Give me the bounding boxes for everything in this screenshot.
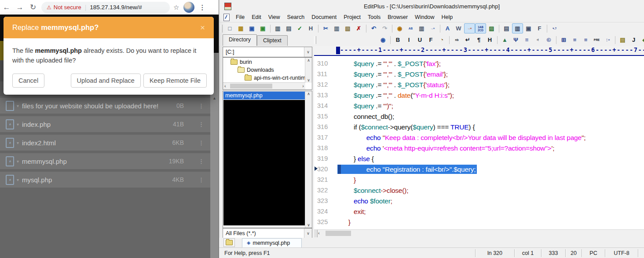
tree-horizontal-scrollbar[interactable]: ‹ › bbox=[223, 82, 305, 89]
toolbar-grip[interactable] bbox=[220, 25, 223, 33]
keep-remote-file-button[interactable]: Keep Remote File bbox=[143, 74, 207, 88]
not-secure-label[interactable]: Not secure bbox=[54, 4, 81, 11]
hr-tag-icon[interactable]: = bbox=[521, 35, 532, 45]
folder-button[interactable] bbox=[223, 238, 235, 247]
anchor-tag-icon[interactable]: Ψ bbox=[510, 35, 521, 45]
align-right-tag-icon[interactable]: ≡ bbox=[580, 35, 591, 45]
file-row[interactable]: ‹/›▾memmysql.php19KB⋮ bbox=[0, 153, 210, 169]
output-panel-icon[interactable]: ▣ bbox=[523, 23, 534, 33]
file-filter-select[interactable]: All Files (*.*) ∨ bbox=[223, 228, 312, 239]
scroll-right-icon[interactable]: › bbox=[302, 83, 304, 89]
menu-search[interactable]: Search bbox=[284, 13, 308, 22]
find-highlight-icon[interactable]: ◉ bbox=[394, 23, 405, 33]
forward-icon[interactable]: → bbox=[13, 3, 26, 12]
file-row[interactable]: ▾files for your website should be upload… bbox=[0, 98, 210, 114]
scrollbar-thumb[interactable] bbox=[230, 84, 272, 88]
row-menu-icon[interactable]: ⋮ bbox=[198, 177, 204, 183]
heading-tag-icon[interactable]: H bbox=[484, 35, 495, 45]
chevron-down-icon[interactable]: ∨ bbox=[304, 47, 312, 57]
font-tag-icon[interactable]: F bbox=[425, 35, 436, 45]
comment-tag-icon[interactable]: ‹! bbox=[532, 35, 543, 45]
code-editor[interactable]: ----+----1----+----2----+----3----+----4… bbox=[314, 46, 644, 229]
directory-panel-icon[interactable]: ▥ bbox=[512, 23, 523, 33]
br-tag-icon[interactable]: ↵ bbox=[462, 35, 473, 45]
italic-tag-icon[interactable]: I bbox=[403, 35, 414, 45]
chevron-down-icon[interactable]: ▾ bbox=[17, 140, 19, 145]
scroll-up-icon[interactable]: ∧ bbox=[305, 92, 312, 96]
save-icon[interactable]: ▣ bbox=[246, 23, 257, 33]
copy-icon[interactable]: ▥ bbox=[331, 23, 342, 33]
scroll-up-icon[interactable]: ∧ bbox=[305, 58, 312, 63]
toolbar-grip[interactable] bbox=[314, 36, 316, 44]
splitter-handle[interactable] bbox=[314, 230, 318, 237]
row-menu-icon[interactable]: ⋮ bbox=[198, 140, 204, 146]
save-all-icon[interactable]: ▣ bbox=[257, 23, 268, 33]
menu-project[interactable]: Project bbox=[340, 13, 364, 22]
panel-tab-cliptext[interactable]: Cliptext bbox=[257, 35, 288, 46]
open-file-icon[interactable]: ▦ bbox=[235, 23, 246, 33]
menu-edit[interactable]: Edit bbox=[248, 13, 265, 22]
image-tag-icon[interactable]: ▲ bbox=[499, 35, 510, 45]
filelist-vertical-scrollbar[interactable]: ∧ ∨ bbox=[305, 91, 312, 228]
menu-window[interactable]: Window bbox=[411, 13, 438, 22]
row-menu-icon[interactable]: ⋮ bbox=[198, 158, 204, 165]
file-row[interactable]: ‹/›▾mysql.php4KB⋮ bbox=[0, 172, 210, 188]
file-row[interactable]: ‹/›▾index2.html6KB⋮ bbox=[0, 135, 210, 151]
address-bar[interactable]: ⚠ Not secure | 185.27.134.9/new/# bbox=[41, 2, 170, 13]
reload-icon[interactable]: ↻ bbox=[26, 3, 40, 12]
code-lines[interactable]: 310 $query .= "','" . $_POST{'fax'};311 … bbox=[314, 56, 644, 229]
cancel-button[interactable]: Cancel bbox=[12, 74, 44, 88]
row-menu-icon[interactable]: ⋮ bbox=[198, 121, 204, 128]
scroll-up-icon[interactable]: ▲ bbox=[210, 96, 219, 100]
bookmark-star-icon[interactable]: ☆ bbox=[173, 4, 179, 11]
profile-avatar[interactable] bbox=[183, 2, 194, 13]
undo-icon[interactable]: ↶ bbox=[368, 23, 379, 33]
html-document-icon[interactable]: H bbox=[305, 23, 316, 33]
word-wrap-icon[interactable]: →≡ bbox=[464, 23, 475, 33]
file-row[interactable]: ‹/›▾index.php41B⋮ bbox=[0, 116, 210, 132]
document-tab[interactable]: ◈ memmysql.php bbox=[242, 238, 302, 247]
chevron-down-icon[interactable]: ▾ bbox=[17, 103, 19, 108]
url-text[interactable]: 185.27.134.9/new/# bbox=[90, 4, 142, 11]
browser-preview-icon[interactable]: ◉ bbox=[377, 35, 388, 45]
font-icon[interactable]: A bbox=[442, 23, 453, 33]
auto-indent-icon[interactable]: →≡ bbox=[427, 23, 438, 33]
selected-file-item[interactable]: memmysql.php bbox=[223, 92, 305, 100]
print-icon[interactable]: ▤ bbox=[283, 23, 294, 33]
chevron-down-icon[interactable]: ▾ bbox=[17, 159, 19, 164]
spell-check-icon[interactable]: ✓ bbox=[294, 23, 305, 33]
bold-tag-icon[interactable]: B bbox=[392, 35, 403, 45]
scrollbar-thumb[interactable] bbox=[326, 231, 351, 236]
menu-tools[interactable]: Tools bbox=[364, 13, 384, 22]
scroll-down-icon[interactable]: ∨ bbox=[305, 78, 312, 82]
tree-vertical-scrollbar[interactable]: ∧ ∨ bbox=[305, 58, 312, 83]
paste-icon[interactable]: ▧ bbox=[342, 23, 353, 33]
function-list-icon[interactable]: F bbox=[534, 23, 545, 33]
row-menu-icon[interactable]: ⋮ bbox=[198, 103, 204, 109]
upload-and-replace-button[interactable]: Upload and Replace bbox=[71, 74, 141, 88]
document-menu-icon[interactable] bbox=[223, 14, 230, 21]
menu-view[interactable]: View bbox=[265, 13, 284, 22]
replace-icon[interactable]: AB bbox=[405, 23, 416, 33]
nbsp-tag-icon[interactable]: nb bbox=[451, 35, 462, 45]
directory-tree[interactable]: burinDownloadsapi-ms-win-crt-runtim ∧ ∨ … bbox=[223, 57, 312, 90]
list-tag-icon[interactable]: ⋮≡ bbox=[602, 35, 613, 45]
object-tag-icon[interactable]: ◆ bbox=[639, 35, 644, 45]
redo-icon[interactable]: ↷ bbox=[379, 23, 390, 33]
p-tag-icon[interactable]: ¶ bbox=[473, 35, 484, 45]
word-count-icon[interactable]: W bbox=[453, 23, 464, 33]
line-numbers-icon[interactable]: 1AB 2CD bbox=[475, 23, 486, 33]
new-document-icon[interactable]: □ bbox=[224, 23, 235, 33]
chevron-down-icon[interactable]: ▾ bbox=[17, 177, 19, 182]
center-tag-icon[interactable]: ≡ bbox=[569, 35, 580, 45]
tree-item-downloads[interactable]: Downloads bbox=[223, 66, 305, 74]
copy-append-icon[interactable]: ▥ bbox=[416, 23, 427, 33]
menu-help[interactable]: Help bbox=[438, 13, 457, 22]
menu-browser[interactable]: Browser bbox=[384, 13, 411, 22]
menu-file[interactable]: File bbox=[232, 13, 248, 22]
pre-tag-icon[interactable]: PRE bbox=[591, 35, 602, 45]
cut-icon[interactable]: ✂ bbox=[320, 23, 331, 33]
table-tag-icon[interactable]: ⊞ bbox=[558, 35, 569, 45]
syntax-marker-icon[interactable]: ▨ bbox=[486, 23, 497, 33]
chevron-down-icon[interactable]: ∨ bbox=[304, 229, 312, 238]
